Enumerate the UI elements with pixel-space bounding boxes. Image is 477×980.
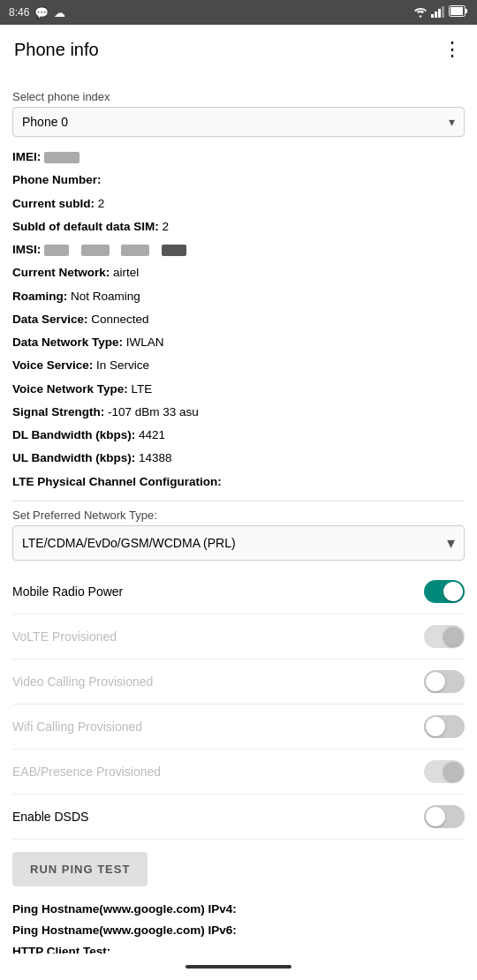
svg-rect-2: [438, 9, 441, 18]
voice-network-type-label: Voice Network Type:: [12, 382, 128, 396]
eab-toggle: [424, 760, 465, 783]
signal-icon: [431, 5, 445, 20]
imsi-seg4: [162, 245, 186, 256]
voice-service-label: Voice Service:: [12, 358, 93, 372]
current-subid-row: Current subId: 2: [12, 192, 465, 215]
imsi-seg3: [121, 245, 149, 256]
svg-rect-1: [435, 11, 437, 18]
eab-label: EAB/Presence Provisioned: [12, 765, 161, 779]
current-network-label: Current Network:: [12, 266, 110, 279]
mobile-radio-thumb: [443, 582, 463, 601]
subid-default-value: 2: [163, 220, 170, 233]
current-network-value: airtel: [113, 266, 139, 279]
volte-toggle-row: VoLTE Provisioned: [12, 614, 465, 660]
signal-strength-value: -107 dBm 33 asu: [108, 405, 199, 418]
signal-strength-row: Signal Strength: -107 dBm 33 asu: [12, 401, 465, 424]
ping-hostname-ipv4-row: Ping Hostname(www.google.com) IPv4:: [12, 899, 465, 920]
run-ping-test-button[interactable]: RUN PING TEST: [12, 852, 148, 886]
current-network-row: Current Network: airtel: [12, 261, 465, 284]
whatsapp-icon: 💬: [34, 6, 49, 19]
wifi-icon: [413, 5, 428, 20]
battery-icon: [449, 5, 468, 19]
eab-toggle-row: EAB/Presence Provisioned: [12, 750, 465, 795]
svg-rect-3: [442, 6, 444, 18]
phone-index-value: Phone 0: [22, 115, 68, 129]
data-network-type-label: Data Network Type:: [12, 335, 123, 349]
enable-dsds-toggle[interactable]: [424, 805, 465, 828]
voice-service-row: Voice Service: In Service: [12, 354, 465, 377]
video-calling-thumb: [426, 672, 445, 691]
svg-rect-0: [431, 14, 434, 18]
app-bar: Phone info ⋮: [0, 25, 477, 74]
phone-number-row: Phone Number:: [12, 169, 465, 192]
roaming-label: Roaming:: [12, 290, 67, 303]
svg-rect-6: [466, 9, 467, 13]
preferred-network-arrow-icon: ▾: [447, 533, 455, 553]
page-title: Phone info: [14, 40, 99, 60]
subid-default-label: SubId of default data SIM:: [12, 220, 159, 233]
voice-network-type-row: Voice Network Type: LTE: [12, 378, 465, 401]
volte-thumb: [443, 627, 463, 646]
signal-strength-label: Signal Strength:: [12, 405, 104, 418]
imsi-row: IMSI:: [12, 238, 465, 261]
phone-index-label: Select phone index: [12, 90, 465, 103]
mobile-radio-label: Mobile Radio Power: [12, 584, 123, 599]
current-subid-value: 2: [98, 197, 105, 210]
imei-row: IMEI:: [12, 146, 465, 169]
content-area: Select phone index Phone 0 ▾ IMEI: Phone…: [0, 74, 477, 980]
eab-thumb: [443, 762, 463, 781]
wifi-calling-thumb: [426, 717, 445, 736]
lte-physical-channel-label: LTE Physical Channel Configuration:: [12, 475, 222, 488]
status-bar-right: [413, 5, 468, 20]
home-gesture-bar: [186, 965, 292, 969]
data-service-label: Data Service:: [12, 313, 88, 326]
imei-label: IMEI:: [12, 150, 41, 163]
enable-dsds-toggle-row: Enable DSDS: [12, 795, 465, 840]
imei-value: [44, 152, 80, 163]
video-calling-toggle-row: Video Calling Provisioned: [12, 660, 465, 705]
volte-label: VoLTE Provisioned: [12, 629, 117, 644]
enable-dsds-thumb: [426, 807, 445, 826]
svg-rect-5: [450, 7, 463, 15]
cloud-icon: ☁: [54, 6, 65, 19]
voice-network-type-value: LTE: [132, 382, 153, 396]
voice-service-value: In Service: [96, 358, 149, 372]
wifi-calling-label: Wifi Calling Provisioned: [12, 720, 142, 734]
enable-dsds-label: Enable DSDS: [12, 810, 88, 824]
bottom-nav-bar: [0, 954, 477, 980]
subid-default-row: SubId of default data SIM: 2: [12, 215, 465, 238]
ping-hostname-ipv6-label: Ping Hostname(www.google.com) IPv6:: [12, 923, 237, 937]
roaming-row: Roaming: Not Roaming: [12, 285, 465, 308]
status-bar-left: 8:46 💬 ☁: [9, 6, 65, 19]
preferred-network-dropdown[interactable]: LTE/CDMA/EvDo/GSM/WCDMA (PRL) ▾: [12, 525, 465, 561]
time-display: 8:46: [9, 6, 29, 19]
phone-index-dropdown[interactable]: Phone 0 ▾: [12, 107, 465, 137]
imsi-label: IMSI:: [12, 243, 41, 256]
data-service-row: Data Service: Connected: [12, 308, 465, 331]
phone-number-label: Phone Number:: [12, 173, 102, 186]
divider-1: [12, 501, 465, 501]
dl-bandwidth-row: DL Bandwidth (kbps): 4421: [12, 424, 465, 447]
imsi-seg2: [81, 245, 110, 256]
ping-hostname-ipv4-label: Ping Hostname(www.google.com) IPv4:: [12, 902, 237, 916]
mobile-radio-toggle[interactable]: [424, 580, 465, 603]
ul-bandwidth-row: UL Bandwidth (kbps): 14388: [12, 447, 465, 470]
current-subid-label: Current subId:: [12, 197, 95, 210]
data-network-type-row: Data Network Type: IWLAN: [12, 331, 465, 354]
preferred-network-value: LTE/CDMA/EvDo/GSM/WCDMA (PRL): [22, 536, 236, 550]
video-calling-label: Video Calling Provisioned: [12, 675, 153, 689]
volte-toggle: [424, 625, 465, 648]
preferred-network-label: Set Preferred Network Type:: [12, 509, 465, 522]
mobile-radio-toggle-row: Mobile Radio Power: [12, 569, 465, 614]
data-service-value: Connected: [91, 313, 148, 326]
wifi-calling-toggle-row: Wifi Calling Provisioned: [12, 705, 465, 750]
more-options-button[interactable]: ⋮: [443, 38, 463, 61]
ul-bandwidth-value: 14388: [139, 451, 172, 464]
lte-physical-channel-row: LTE Physical Channel Configuration:: [12, 471, 465, 494]
dl-bandwidth-value: 4421: [139, 428, 165, 441]
ul-bandwidth-label: UL Bandwidth (kbps):: [12, 451, 135, 464]
data-network-type-value: IWLAN: [126, 335, 164, 349]
video-calling-toggle: [424, 670, 465, 693]
imsi-seg1: [44, 245, 69, 256]
ping-hostname-ipv6-row: Ping Hostname(www.google.com) IPv6:: [12, 920, 465, 941]
